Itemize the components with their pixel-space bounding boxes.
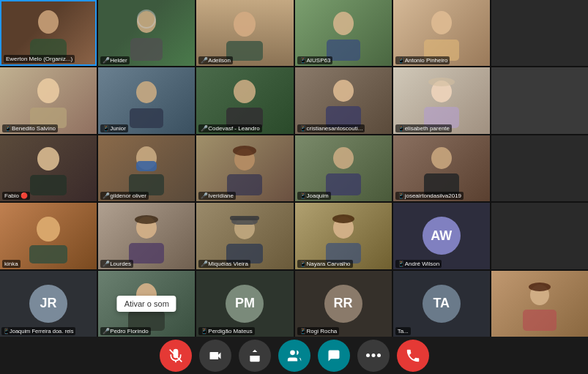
svg-point-37 (135, 215, 158, 224)
participant-cell-8[interactable]: 📱Junior (98, 67, 195, 133)
participant-name: 📱Rogi Rocha (297, 327, 340, 335)
svg-rect-14 (130, 108, 163, 128)
participant-name: Fabio 🔴 (2, 192, 30, 200)
svg-rect-38 (129, 243, 164, 263)
people-button[interactable] (278, 340, 310, 372)
participant-name: 📱joseairtondasilva2019 (395, 192, 464, 200)
participant-cell-23[interactable]: AW 📱André Wilson (393, 203, 490, 269)
participant-cell-13[interactable]: Fabio 🔴 (0, 135, 97, 201)
participant-name: 📱André Wilson (395, 260, 442, 268)
participant-name: 🎤Codevasf - Leandro (198, 124, 261, 132)
chat-button[interactable] (318, 340, 350, 372)
svg-point-5 (234, 12, 256, 37)
participant-name: 🎤Lourdes (100, 260, 133, 268)
participant-name: 🎤Pedro Florindo (100, 327, 150, 335)
svg-point-28 (233, 146, 256, 156)
svg-point-13 (136, 81, 157, 103)
svg-point-44 (332, 214, 354, 223)
end-call-button[interactable] (397, 340, 429, 372)
participant-cell-30[interactable] (491, 271, 588, 337)
participant-name: 📱cristianesantoscouti... (297, 124, 365, 132)
participant-cell-9[interactable]: 🎤Codevasf - Leandro (196, 67, 293, 133)
svg-rect-31 (326, 173, 361, 195)
svg-rect-25 (136, 161, 157, 171)
participant-cell-24[interactable] (491, 203, 588, 269)
svg-point-56 (377, 354, 381, 357)
mic-button[interactable] (160, 340, 192, 372)
participant-cell-1[interactable]: Ewerton Melo (Organiz...) (0, 0, 97, 66)
svg-rect-50 (523, 310, 557, 331)
svg-point-32 (431, 147, 452, 169)
participant-cell-15[interactable]: 🎤Iveridiane (196, 135, 293, 201)
participant-name: 📱Joaquim (297, 192, 331, 200)
participant-name: 📱Perdigão Mateus (198, 327, 254, 335)
more-button[interactable] (357, 340, 390, 372)
participant-cell-2[interactable]: 🎤Helder (98, 0, 195, 66)
participant-cell-28[interactable]: RR 📱Rogi Rocha (295, 271, 392, 337)
svg-rect-23 (30, 175, 67, 195)
avatar-circle-pm: PM (226, 285, 264, 323)
avatar-circle-jr: JR (29, 285, 67, 323)
participant-name: 📱Nayara Carvalho (297, 260, 353, 268)
tooltip-activate-sound: Ativar o som (117, 296, 176, 312)
participant-cell-14[interactable]: 🎤gildenor oliver (98, 135, 195, 201)
participant-name: 📱AIUSP63 (297, 56, 333, 64)
participant-cell-6[interactable] (491, 0, 588, 66)
participant-cell-20[interactable]: 🎤Lourdes (98, 203, 195, 269)
participant-cell-29[interactable]: TA Ta... (393, 271, 490, 337)
video-conference-container: Ewerton Melo (Organiz...) 🎤Helder (0, 0, 588, 374)
participant-name: 🎤gildenor oliver (100, 192, 149, 200)
participant-name: 📱elisabeth parente (395, 124, 452, 132)
svg-point-17 (333, 80, 354, 102)
svg-point-7 (333, 12, 354, 35)
svg-point-55 (371, 354, 375, 357)
participant-cell-4[interactable]: 📱AIUSP63 (295, 0, 392, 66)
participant-name: Ta... (395, 327, 411, 335)
svg-point-30 (333, 147, 354, 169)
participant-cell-16[interactable]: 📱Joaquim (295, 135, 392, 201)
participant-cell-21[interactable]: 🎤Miquéias Vieira (196, 203, 293, 269)
svg-point-54 (366, 354, 370, 357)
participant-name: 🎤Miquéias Vieira (198, 260, 250, 268)
participant-name: kinka (2, 260, 21, 268)
video-grid: Ewerton Melo (Organiz...) 🎤Helder (0, 0, 588, 337)
share-button[interactable] (239, 340, 271, 372)
participant-cell-11[interactable]: 📱elisabeth parente (393, 67, 490, 133)
participant-name: 🎤Adeilson (198, 56, 233, 64)
participant-name: 📱Benedito Salvino (2, 124, 58, 132)
participant-cell-3[interactable]: 🎤Adeilson (196, 0, 293, 66)
svg-point-15 (234, 80, 256, 103)
avatar-circle-rr: RR (324, 285, 362, 323)
participant-name: 🎤Helder (100, 56, 130, 64)
video-button[interactable] (199, 340, 231, 372)
participant-cell-22[interactable]: 📱Nayara Carvalho (295, 203, 392, 269)
participant-cell-25[interactable]: JR 📱Joaquim Ferreira doa. reis (0, 271, 97, 337)
avatar-circle-ta: TA (423, 285, 461, 323)
svg-point-53 (290, 350, 295, 355)
svg-rect-41 (230, 216, 259, 220)
svg-rect-4 (130, 38, 163, 61)
toolbar (0, 337, 588, 374)
participant-name: Ewerton Melo (Organiz...) (4, 55, 75, 63)
svg-point-22 (37, 147, 59, 171)
svg-point-9 (431, 11, 452, 34)
participant-name: 📱Junior (100, 124, 128, 132)
svg-point-49 (529, 283, 551, 291)
participant-cell-19[interactable]: kinka (0, 203, 97, 269)
participant-cell-17[interactable]: 📱joseairtondasilva2019 (393, 135, 490, 201)
participant-cell-26[interactable]: Ativar o som 🎤Pedro Florindo (98, 271, 195, 337)
participant-cell-18[interactable] (491, 135, 588, 201)
participant-cell-10[interactable]: 📱cristianesantoscouti... (295, 67, 392, 133)
participant-name: 📱Antonio Pinheiro (395, 56, 450, 64)
svg-point-20 (428, 78, 455, 86)
svg-point-11 (37, 78, 59, 103)
participant-name: 📱Joaquim Ferreira doa. reis (1, 327, 75, 335)
svg-point-0 (38, 10, 59, 34)
participant-cell-5[interactable]: 📱Antonio Pinheiro (393, 0, 490, 66)
participant-cell-7[interactable]: 📱Benedito Salvino (0, 67, 97, 133)
participant-cell-27[interactable]: PM 📱Perdigão Mateus (196, 271, 293, 337)
participant-name: 🎤Iveridiane (198, 192, 236, 200)
avatar-circle-aw: AW (423, 217, 461, 255)
svg-point-34 (37, 217, 60, 242)
participant-cell-12[interactable] (491, 67, 588, 133)
